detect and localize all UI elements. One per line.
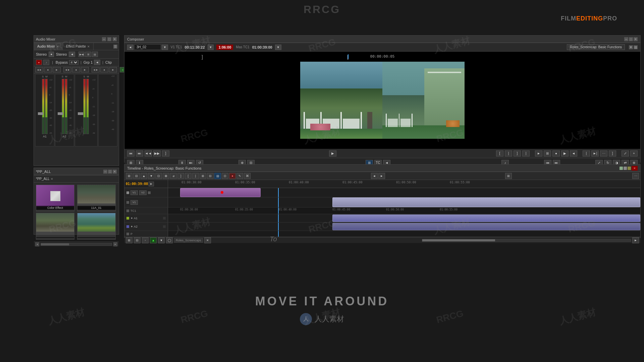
match-frame-btn[interactable]: ⊞	[544, 150, 551, 157]
minimize-button[interactable]: ─	[102, 37, 106, 41]
tl-tool-9[interactable]: [	[185, 173, 192, 179]
role-btn2[interactable]: ▤	[634, 45, 638, 49]
panel-menu-button[interactable]: ☰	[113, 45, 117, 49]
mark2-btn[interactable]: |	[583, 150, 590, 157]
bin-item-11a01[interactable]: 11A_01	[77, 185, 116, 212]
tab-close-icon2[interactable]: ✕	[87, 45, 90, 48]
tl-tool-1[interactable]: ⊞	[126, 173, 132, 179]
tl-tool-8[interactable]: ]	[177, 173, 184, 179]
bin-item-4[interactable]	[77, 213, 116, 240]
ch-btn-e[interactable]: ●	[72, 67, 80, 72]
ch-btn-f[interactable]: ►	[81, 67, 89, 72]
clip-v1v2[interactable]	[180, 188, 261, 197]
in-point-btn[interactable]: ]	[162, 150, 169, 157]
role-arrow[interactable]: ▼	[629, 45, 633, 49]
mark-in-btn[interactable]: [	[496, 150, 503, 157]
more-btn[interactable]: +	[630, 150, 638, 157]
tab-audio-mixer[interactable]: Audio Mixer ✕	[34, 43, 63, 50]
ch-btn-i[interactable]: ►	[109, 67, 117, 72]
tl-tool-6[interactable]: ⊠	[163, 173, 169, 179]
mark-out-btn[interactable]: ]	[514, 150, 521, 157]
composer-maximize[interactable]: □	[629, 37, 633, 41]
mixer-icon-btn1[interactable]: ▶◀	[78, 52, 85, 57]
record-btn[interactable]: ●	[36, 60, 42, 65]
fwd2-btn[interactable]: ►|	[591, 150, 599, 157]
step-back-btn[interactable]: ⏭	[136, 150, 143, 157]
tl-tool-red[interactable]: ●	[229, 173, 236, 179]
mark-center-btn[interactable]: |	[505, 150, 512, 157]
bypass-select[interactable]: 4	[69, 60, 78, 65]
track-v1-btn[interactable]: V1	[130, 190, 138, 195]
ch-btn-g[interactable]: ◄►	[92, 67, 100, 72]
pp-close[interactable]: ✕	[113, 170, 117, 174]
tl-tool-7[interactable]: ⌀	[170, 173, 177, 179]
pp-tab-close[interactable]: ✕	[51, 177, 53, 181]
clip-a1[interactable]	[332, 215, 640, 222]
maximize-button[interactable]: □	[107, 37, 111, 41]
track-expand-v1[interactable]	[148, 191, 151, 194]
stereo-btn[interactable]: ◄	[69, 52, 75, 57]
scroll-left[interactable]: ◄	[35, 242, 39, 246]
go-start-btn[interactable]: ⏮	[127, 150, 135, 157]
tl-tool-13[interactable]: ⊡	[222, 173, 228, 179]
ch-btn-c[interactable]: ►	[53, 67, 61, 72]
tl-tool-12[interactable]: ⊟	[207, 173, 214, 179]
mark-out2-btn[interactable]: ]	[609, 150, 616, 157]
status-icon-1[interactable]: ⊞	[126, 237, 132, 243]
track-v1-solo[interactable]: V1	[130, 200, 138, 205]
status-tab-close[interactable]: ✕	[204, 237, 211, 243]
clip-nav-left[interactable]: ◄	[127, 45, 133, 50]
tl-tool-14[interactable]: ✎	[236, 173, 243, 179]
track-expand-a2[interactable]	[163, 225, 166, 228]
scroll-right[interactable]: ►	[113, 242, 117, 246]
sync-btn[interactable]: ●	[552, 150, 560, 157]
track-v2-btn[interactable]: V2	[139, 190, 147, 195]
tl-close-btn[interactable]: ✕	[632, 166, 638, 171]
composer-close[interactable]: ✕	[634, 37, 638, 41]
tab-close-icon[interactable]: ✕	[56, 45, 59, 48]
status-icon-4[interactable]: ▼	[158, 237, 165, 243]
go-end-btn[interactable]: ►	[535, 150, 542, 157]
tl-tool-15[interactable]: ⌘	[244, 173, 251, 179]
pp-maximize[interactable]: □	[108, 170, 112, 174]
tc1-dropdown[interactable]: ▼	[208, 45, 214, 50]
mixer-icon-btn3[interactable]: ▤	[92, 52, 98, 57]
tl-tool-3[interactable]: ▲	[141, 173, 147, 179]
ch-btn-d[interactable]: ◄►	[63, 67, 71, 72]
ch-btn-h[interactable]: ●	[100, 67, 108, 72]
tc2-dropdown[interactable]: ▼	[275, 45, 281, 50]
play-btn[interactable]: ▶	[329, 150, 336, 157]
tl-tool-11[interactable]: ⊞	[200, 173, 206, 179]
fader-handle-1[interactable]	[38, 112, 43, 115]
fader-handle-2[interactable]	[58, 112, 63, 115]
tl-tool-4[interactable]: ▼	[148, 173, 155, 179]
bin-item-3[interactable]	[36, 213, 74, 240]
ch-btn-b[interactable]: ●	[44, 67, 52, 72]
stereo-toggle[interactable]: ●	[49, 52, 54, 57]
fader-handle-master[interactable]	[78, 112, 83, 115]
track-expand-a1[interactable]	[163, 217, 166, 220]
tl-scrollbar[interactable]	[422, 239, 631, 242]
status-icon-green[interactable]: ▲	[150, 237, 157, 243]
tl-tool-2[interactable]: ⊟	[133, 173, 140, 179]
tl-nav-right[interactable]: ►	[378, 173, 385, 179]
tl-tool-blue[interactable]: ▤	[214, 173, 221, 179]
tl-layout-btn[interactable]: ⊞	[505, 173, 512, 179]
tab-effect-palette[interactable]: Effect Palette ✕	[63, 43, 94, 50]
clip-nav-dropdown[interactable]: ▼	[162, 45, 168, 50]
tl-nav-left[interactable]: ◄	[371, 173, 378, 179]
tc-play-btn[interactable]: ▶	[149, 182, 154, 186]
bin-item-color-effect[interactable]: Color Effect	[36, 185, 74, 212]
scroll-right-btn[interactable]: ►	[632, 237, 639, 243]
tab-pp-all[interactable]: *PP_ALL ✕	[36, 177, 53, 181]
status-icon-5[interactable]: ◯	[166, 237, 173, 243]
composer-minimize[interactable]: ─	[624, 37, 628, 41]
fwd-btn[interactable]: ▶	[561, 150, 569, 157]
slow-fwd-btn[interactable]: ▶▶	[153, 150, 161, 157]
tl-more-btns[interactable]: ⋯	[632, 173, 639, 179]
fullscreen-btn[interactable]: ⤢	[622, 150, 629, 157]
slow-back-btn[interactable]: ◄◄	[145, 150, 152, 157]
status-icon-3[interactable]: ◦	[142, 237, 149, 243]
speaker-btn[interactable]: ♪	[43, 60, 49, 65]
ch-btn-a[interactable]: ◄►	[35, 67, 43, 72]
